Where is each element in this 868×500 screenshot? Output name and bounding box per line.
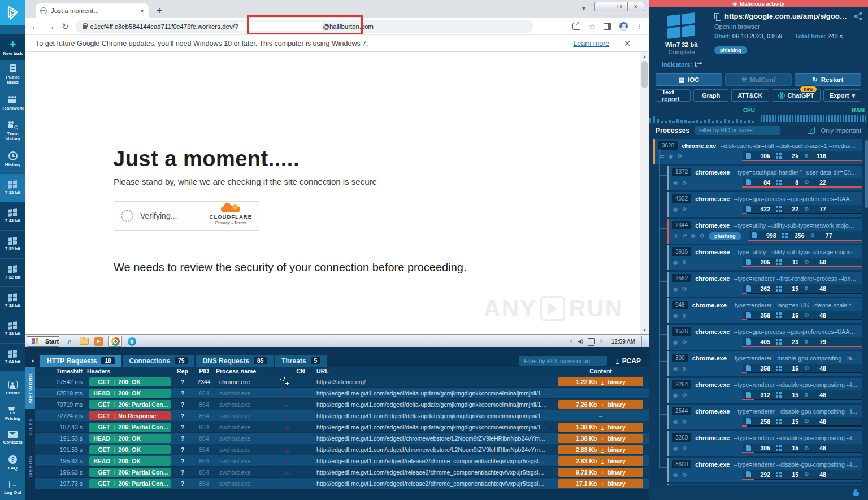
url-bar[interactable]: e1ccf4ff.c3eb584144cad711f0c479fc.worker… (76, 20, 533, 33)
edge-icon[interactable]: e (127, 337, 137, 346)
process-scrollbar-thumb[interactable] (865, 140, 868, 208)
process-row[interactable]: 3600 chrome.exe --type=renderer --disabl… (667, 458, 862, 482)
table-row[interactable]: 187.43 s GET|206: Partial Con... ? 864 s… (35, 421, 649, 432)
sidebar-item[interactable]: FAQ (0, 450, 25, 475)
minimize-button[interactable]: — (594, 2, 611, 11)
process-row[interactable]: 1372 chrome.exe --type=crashpad-handler … (667, 166, 862, 190)
table-row[interactable]: 27542 ms GET|200: OK ? 2344 chrome.exe h… (35, 376, 649, 387)
terms-link[interactable]: Terms (234, 220, 246, 225)
restore-button[interactable]: ❐ (611, 2, 628, 11)
rail-network[interactable]: NETWORK (25, 367, 35, 409)
network-icon[interactable] (588, 338, 595, 344)
process-row[interactable]: 1536 chrome.exe --type=gpu-process --gpu… (667, 325, 862, 350)
thumbs-up-icon[interactable] (851, 489, 859, 496)
process-filter-input[interactable] (695, 126, 780, 135)
bookmark-star-icon[interactable]: ☆ (588, 22, 596, 31)
tray-expand-icon[interactable]: » (568, 340, 575, 343)
sidebar-item-vm[interactable]: 7 32 bit (0, 315, 25, 343)
network-filter-input[interactable] (519, 356, 607, 366)
sidebar-item-vm[interactable]: 7 32 bit (0, 230, 25, 258)
privacy-link[interactable]: Privacy (215, 220, 230, 225)
pcap-download-button[interactable]: ↓ PCAP (616, 357, 641, 365)
scrollbar-thumb[interactable] (641, 61, 648, 88)
process-row[interactable]: 2544 chrome.exe --type=renderer --disabl… (667, 405, 862, 429)
sidebar-item[interactable]: Public tasks (0, 60, 25, 89)
table-row[interactable]: 196.63 s GET|206: Partial Con... ? 864 s… (35, 466, 649, 477)
sidebar-item[interactable]: Pricing (0, 401, 25, 425)
sidebar-item-vm[interactable]: 7 32 bit (0, 173, 25, 202)
new-tab-button[interactable]: + (157, 5, 162, 16)
sidebar-item[interactable]: Contacts (0, 425, 25, 450)
network-tab[interactable]: Threats 5 (275, 355, 327, 367)
media-player-icon[interactable] (94, 337, 103, 346)
table-row[interactable]: 70719 ms GET|206: Partial Con... ? 864 s… (35, 398, 649, 410)
process-row[interactable]: 4032 chrome.exe --type=gpu-process --gpu… (667, 192, 862, 217)
reload-button[interactable]: ↻ (62, 21, 69, 32)
rail-files[interactable]: FILES (25, 409, 35, 444)
copy-icon[interactable] (714, 13, 721, 20)
ioc-button[interactable]: ▤IOC (656, 73, 722, 86)
content-pill[interactable]: 7.26 Kb↓binary (558, 400, 643, 409)
menu-dots-icon[interactable]: ⋮ (636, 22, 643, 31)
table-row[interactable]: 191.53 s HEAD|200: OK ? 864 svchost.exe … (35, 432, 649, 444)
table-row[interactable]: 191.53 s GET|200: OK ? 864 svchost.exe h… (35, 444, 649, 455)
forward-button[interactable]: → (46, 21, 55, 31)
chatgpt-button[interactable]: new ChatGPT (772, 89, 821, 102)
explorer-folder-icon[interactable] (79, 337, 89, 346)
content-pill[interactable]: 1.38 Kb↓binary (558, 423, 643, 432)
content-pill[interactable]: 1.38 Kb↓binary (558, 434, 643, 443)
sidebar-item-vm[interactable]: 7 32 bit (0, 202, 25, 230)
clock[interactable]: 12:59 AM (611, 338, 635, 345)
infobar-close-icon[interactable]: ✕ (624, 39, 631, 48)
profile-avatar[interactable] (619, 22, 628, 31)
show-desktop-button[interactable] (641, 336, 646, 347)
anyrun-logo[interactable] (0, 0, 25, 25)
tab-close-icon[interactable]: × (140, 7, 144, 15)
scroll-down-arrow[interactable]: ▼ (640, 326, 649, 334)
table-row[interactable]: 62519 ms HEAD|200: OK ? 864 svchost.exe … (35, 387, 649, 398)
export-button[interactable]: Export▾ (823, 89, 861, 102)
process-row[interactable]: 3916 chrome.exe --type=utility --utility… (667, 245, 862, 270)
network-tab[interactable]: DNS Requests 85 (196, 355, 274, 367)
share-icon[interactable] (572, 23, 580, 30)
sidebar-item[interactable]: History (0, 145, 25, 173)
process-row[interactable]: 2344 chrome.exe --type=utility --utility… (667, 219, 862, 244)
learn-more-link[interactable]: Learn more (573, 40, 609, 47)
phishing-tag[interactable]: phishing (714, 46, 747, 54)
graph-button[interactable]: Graph (693, 89, 728, 102)
only-important-checkbox[interactable]: ✓ (808, 127, 815, 134)
close-button[interactable]: ✕ (627, 2, 644, 11)
panel-collapse-icon[interactable]: ▲ (25, 355, 40, 367)
content-pill[interactable]: 17.1 Kb↓binary (558, 479, 643, 488)
malconf-button[interactable]: ⚒MalConf (725, 73, 792, 86)
table-row[interactable]: 197.73 s GET|206: Partial Con... ? 864 s… (35, 477, 649, 489)
page-scrollbar[interactable]: ▲ ▼ (640, 52, 649, 334)
side-panel-icon[interactable] (604, 23, 611, 30)
internet-explorer-icon[interactable]: e (64, 337, 74, 346)
table-row[interactable]: 195.63 s HEAD|200: OK ? 864 svchost.exe … (35, 455, 649, 466)
scroll-up-arrow[interactable]: ▲ (640, 52, 649, 60)
content-pill[interactable]: 9.71 Kb↓binary (558, 468, 643, 477)
start-button[interactable]: Start (27, 336, 59, 347)
network-tab[interactable]: HTTP Requests 18 (40, 355, 121, 367)
content-pill[interactable]: 2.83 Kb↓binary (558, 445, 643, 454)
process-row[interactable]: 2264 chrome.exe --type=renderer --disabl… (667, 378, 862, 403)
action-center-flag-icon[interactable]: ⚐ (600, 338, 605, 345)
attack-button[interactable]: ATT&CK (731, 89, 769, 102)
chrome-taskbar-icon[interactable] (108, 336, 122, 347)
sidebar-item[interactable]: Profile (0, 376, 25, 401)
restart-button[interactable]: ↻Restart (795, 73, 861, 86)
text-report-button[interactable]: Text report (656, 89, 691, 102)
process-row[interactable]: 948 chrome.exe --type=renderer --lang=en… (667, 298, 862, 323)
sidebar-item-vm[interactable]: 7 32 bit (0, 258, 25, 286)
process-row[interactable]: ▼ 3628 chrome.exe --disk-cache-dir=null … (653, 139, 862, 164)
process-row[interactable]: 300 chrome.exe --type=renderer --disable… (667, 351, 862, 376)
sidebar-item[interactable]: Team history (0, 117, 25, 145)
sidebar-item[interactable]: Teamwork (0, 89, 25, 117)
share-icon[interactable] (854, 12, 862, 20)
sidebar-item-vm[interactable]: 7 32 bit (0, 286, 25, 315)
sidebar-item-vm[interactable]: 7 64 bit (0, 343, 25, 371)
process-row[interactable]: 2552 chrome.exe --type=renderer --first-… (667, 272, 862, 297)
sidebar-item[interactable]: Log Out (0, 475, 25, 500)
rail-debug[interactable]: DEBUG (25, 444, 35, 489)
